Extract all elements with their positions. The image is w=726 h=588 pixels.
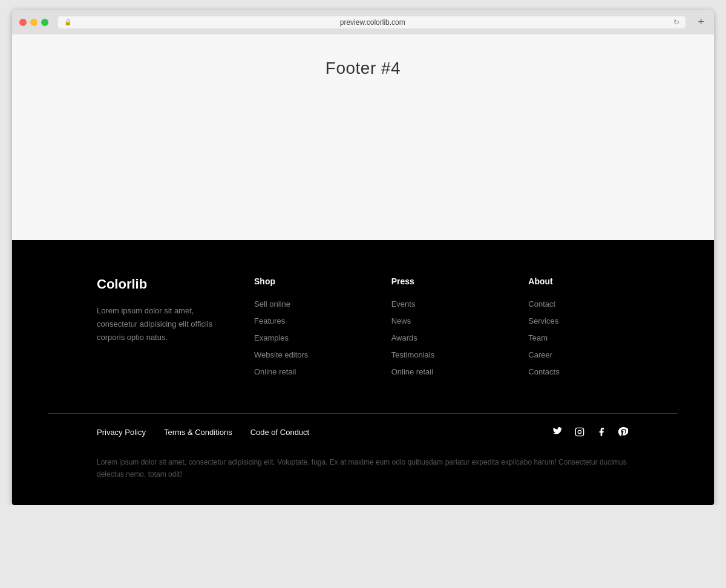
browser-content: Footer #4 Colorlib Lorem ipsum dolor sit…	[12, 34, 714, 505]
list-item: Contact	[528, 298, 629, 309]
code-of-conduct-link[interactable]: Code of Conduct	[250, 428, 310, 437]
shop-link-online-retail[interactable]: Online retail	[254, 367, 296, 376]
about-link-career[interactable]: Career	[528, 350, 552, 359]
close-button[interactable]	[19, 19, 27, 26]
list-item: Website editors	[254, 349, 355, 360]
col-title-shop: Shop	[254, 276, 355, 286]
press-link-events[interactable]: Events	[391, 299, 416, 309]
browser-window: 🔒 preview.colorlib.com ↻ + Footer #4 Col…	[12, 10, 714, 505]
col-title-about: About	[528, 276, 629, 286]
shop-links: Sell online Features Examples Website ed…	[254, 298, 355, 377]
shop-link-examples[interactable]: Examples	[254, 333, 289, 342]
facebook-icon[interactable]	[595, 426, 607, 438]
list-item: News	[391, 315, 492, 326]
list-item: Sell online	[254, 298, 355, 309]
press-links: Events News Awards Testimonials Online r…	[391, 298, 492, 377]
pinterest-icon[interactable]	[617, 426, 629, 438]
svg-point-2	[581, 430, 582, 430]
twitter-icon[interactable]	[552, 426, 564, 438]
footer-col-about: About Contact Services Team Career Conta…	[528, 276, 629, 383]
press-link-testimonials[interactable]: Testimonials	[391, 350, 435, 359]
new-tab-button[interactable]: +	[695, 16, 707, 28]
footer-col-press: Press Events News Awards Testimonials On…	[391, 276, 492, 383]
list-item: Contacts	[528, 366, 629, 377]
shop-link-website-editors[interactable]: Website editors	[254, 350, 308, 359]
list-item: Team	[528, 332, 629, 343]
instagram-icon[interactable]	[574, 426, 586, 438]
svg-rect-0	[575, 428, 583, 436]
press-link-online-retail[interactable]: Online retail	[391, 367, 433, 376]
privacy-policy-link[interactable]: Privacy Policy	[97, 428, 146, 437]
refresh-icon[interactable]: ↻	[673, 18, 679, 27]
about-link-contact[interactable]: Contact	[528, 299, 555, 309]
social-icons	[552, 426, 629, 438]
footer-main: Colorlib Lorem ipsum dolor sit amet, con…	[60, 276, 666, 413]
shop-link-sell-online[interactable]: Sell online	[254, 299, 290, 309]
copyright-text: Lorem ipsum dolor sit amet, consectetur …	[97, 456, 629, 481]
list-item: Online retail	[254, 366, 355, 377]
brand-description: Lorem ipsum dolor sit amet, consectetur …	[97, 304, 218, 344]
lock-icon: 🔒	[64, 19, 71, 25]
list-item: Testimonials	[391, 349, 492, 360]
footer: Colorlib Lorem ipsum dolor sit amet, con…	[12, 240, 714, 505]
maximize-button[interactable]	[41, 19, 48, 26]
main-section: Footer #4	[12, 34, 714, 240]
about-links: Contact Services Team Career Contacts	[528, 298, 629, 377]
list-item: Examples	[254, 332, 355, 343]
footer-legal-links: Privacy Policy Terms & Conditions Code o…	[97, 428, 309, 437]
press-link-awards[interactable]: Awards	[391, 333, 417, 342]
about-link-contacts[interactable]: Contacts	[528, 367, 559, 376]
list-item: Awards	[391, 332, 492, 343]
browser-titlebar: 🔒 preview.colorlib.com ↻ +	[12, 16, 714, 34]
footer-brand: Colorlib Lorem ipsum dolor sit amet, con…	[97, 276, 218, 383]
about-link-team[interactable]: Team	[528, 333, 548, 342]
minimize-button[interactable]	[30, 19, 38, 26]
footer-bottom: Privacy Policy Terms & Conditions Code o…	[60, 414, 666, 450]
list-item: Events	[391, 298, 492, 309]
page-title: Footer #4	[325, 59, 401, 78]
col-title-press: Press	[391, 276, 492, 286]
list-item: Online retail	[391, 366, 492, 377]
traffic-lights	[19, 19, 48, 26]
about-link-services[interactable]: Services	[528, 316, 558, 325]
press-link-news[interactable]: News	[391, 316, 411, 325]
terms-conditions-link[interactable]: Terms & Conditions	[164, 428, 232, 437]
url-text: preview.colorlib.com	[75, 18, 670, 27]
footer-copyright: Lorem ipsum dolor sit amet, consectetur …	[60, 450, 666, 505]
footer-columns: Shop Sell online Features Examples Websi…	[254, 276, 629, 383]
address-bar[interactable]: 🔒 preview.colorlib.com ↻	[58, 16, 685, 28]
svg-point-1	[578, 430, 581, 433]
brand-name: Colorlib	[97, 276, 218, 292]
shop-link-features[interactable]: Features	[254, 316, 285, 325]
footer-col-shop: Shop Sell online Features Examples Websi…	[254, 276, 355, 383]
list-item: Career	[528, 349, 629, 360]
list-item: Services	[528, 315, 629, 326]
list-item: Features	[254, 315, 355, 326]
